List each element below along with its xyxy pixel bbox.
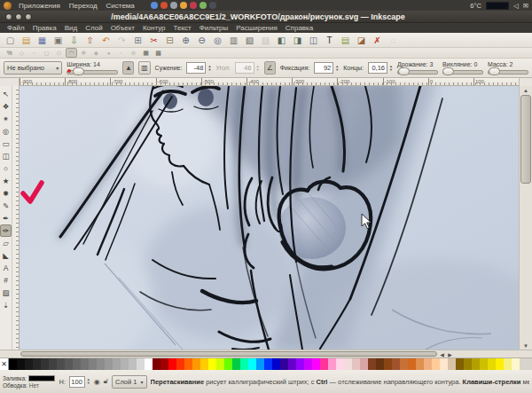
color-swatch[interactable]	[89, 358, 97, 370]
color-swatch[interactable]	[153, 358, 160, 370]
color-swatch[interactable]	[280, 358, 288, 370]
snap-toolbar-button[interactable]: ⊕	[128, 48, 139, 58]
snap-toolbar-button[interactable]: ◦	[115, 48, 127, 58]
color-swatch[interactable]	[256, 358, 264, 370]
color-swatch[interactable]	[208, 358, 216, 370]
tool-button[interactable]: ✎	[0, 200, 12, 212]
calligraphy-preset-dropdown[interactable]: Не выбрано ▾	[4, 61, 62, 75]
system-monitor-applet[interactable]	[486, 2, 509, 10]
snap-toolbar-button[interactable]: ▩	[153, 48, 164, 58]
fill-swatch[interactable]	[28, 375, 55, 381]
color-swatch[interactable]	[416, 358, 424, 370]
toolbar-button[interactable]: ▧	[242, 34, 257, 47]
use-pressure-toggle[interactable]: ▲	[122, 61, 134, 75]
launcher-icon[interactable]	[190, 2, 197, 9]
toolbar-button[interactable]: ⊞	[130, 34, 145, 47]
vertical-scrollbar[interactable]: ▲ ▼	[519, 86, 532, 350]
toolbar-button[interactable]: ⇩	[66, 34, 82, 47]
menu-item[interactable]: Текст	[170, 24, 195, 32]
window-minimize-button[interactable]	[15, 13, 22, 20]
toolbar-button[interactable]: ◎	[210, 34, 225, 47]
menu-item[interactable]: Справка	[282, 24, 317, 32]
tool-button[interactable]: ✴	[0, 113, 12, 125]
stroke-value[interactable]: Нет	[29, 382, 56, 389]
toolbar-button[interactable]: ▦	[35, 34, 50, 47]
no-color-swatch[interactable]: ✕	[0, 358, 9, 370]
launcher-icon[interactable]	[160, 2, 168, 9]
scroll-up-icon[interactable]: ▲	[520, 86, 532, 94]
drawing-canvas[interactable]	[20, 86, 519, 350]
vertical-ruler[interactable]	[12, 86, 20, 350]
color-swatch[interactable]	[512, 358, 520, 370]
tool-button[interactable]: A	[0, 262, 12, 274]
snap-toolbar-button[interactable]: ◠	[66, 48, 77, 58]
color-swatch[interactable]	[137, 358, 145, 370]
mass-slider[interactable]	[488, 68, 528, 75]
scroll-left-icon[interactable]: ◀	[438, 350, 446, 358]
color-swatch[interactable]	[33, 358, 41, 370]
snap-toolbar-button[interactable]: ▦	[140, 48, 152, 58]
menu-item[interactable]: Фильтры	[196, 24, 232, 32]
tool-button[interactable]: ◣	[0, 249, 12, 262]
color-swatch[interactable]	[288, 358, 296, 370]
snap-toolbar-button[interactable]: ▫	[28, 48, 40, 58]
color-swatch[interactable]	[344, 358, 352, 370]
color-swatch[interactable]	[392, 358, 400, 370]
scroll-down-icon[interactable]: ▼	[520, 342, 532, 350]
toolbar-button[interactable]: ↷	[114, 34, 129, 47]
menu-item[interactable]: Слой	[82, 24, 106, 32]
wiggle-slider[interactable]	[442, 68, 483, 75]
color-swatch[interactable]	[272, 358, 280, 370]
color-swatch[interactable]	[408, 358, 416, 370]
width-slider[interactable]	[66, 68, 118, 75]
color-swatch[interactable]	[49, 358, 57, 370]
layer-lock-icon[interactable]: 🔓︎	[104, 377, 108, 386]
toolbar-button[interactable]: ◧	[274, 34, 289, 47]
color-swatch[interactable]	[232, 358, 240, 370]
color-swatch[interactable]	[176, 358, 184, 370]
horizontal-scrollbar[interactable]: ◀ ▶	[0, 350, 532, 358]
tool-button[interactable]: ◫	[0, 150, 12, 162]
color-swatch[interactable]	[168, 358, 176, 370]
color-swatch[interactable]	[496, 358, 504, 370]
color-swatch[interactable]	[216, 358, 224, 370]
tool-button[interactable]: ✒	[0, 212, 12, 224]
color-swatch[interactable]	[41, 358, 49, 370]
launcher-icon[interactable]	[180, 2, 187, 9]
toolbar-button[interactable]: ◫	[306, 34, 321, 47]
color-swatch[interactable]	[264, 358, 272, 370]
tool-button[interactable]: ○	[0, 162, 12, 175]
toolbar-button[interactable]: ⊖	[194, 34, 209, 47]
toolbar-button[interactable]: T	[322, 34, 337, 47]
ubuntu-logo-icon[interactable]	[4, 2, 12, 10]
menu-item[interactable]: Вид	[61, 24, 81, 32]
tool-button[interactable]: ✑	[0, 224, 12, 237]
toolbar-button[interactable]: ↶	[98, 34, 113, 47]
color-swatch[interactable]	[9, 358, 17, 370]
toolbar-button[interactable]: ▣	[51, 34, 66, 47]
color-swatch[interactable]	[224, 358, 232, 370]
color-swatch[interactable]	[73, 358, 81, 370]
color-swatch[interactable]	[368, 358, 376, 370]
color-swatch[interactable]	[160, 358, 168, 370]
color-swatch[interactable]	[145, 358, 153, 370]
color-swatch[interactable]	[376, 358, 384, 370]
menu-item[interactable]: Правка	[29, 24, 60, 32]
snap-toolbar-button[interactable]: ●	[103, 48, 114, 58]
thinning-spinner[interactable]: -48 ▲▼	[186, 62, 211, 74]
color-swatch[interactable]	[129, 358, 137, 370]
tool-button[interactable]: ⇣	[0, 299, 12, 311]
tool-button[interactable]: ❖	[0, 100, 12, 113]
color-swatch[interactable]	[240, 358, 248, 370]
toolbar-button[interactable]: ▥	[226, 34, 241, 47]
snap-toolbar-button[interactable]: ◻	[41, 48, 52, 58]
snap-toolbar-button[interactable]: ◆	[90, 48, 102, 58]
window-maximize-button[interactable]	[25, 13, 32, 20]
window-close-button[interactable]	[5, 13, 12, 20]
tool-button[interactable]: ▭	[0, 138, 12, 150]
toolbar-button[interactable]: ▤	[19, 34, 34, 47]
color-swatch[interactable]	[432, 358, 440, 370]
color-swatch[interactable]	[360, 358, 368, 370]
weather-indicator[interactable]: 6°C	[470, 2, 481, 10]
color-swatch[interactable]	[448, 358, 456, 370]
